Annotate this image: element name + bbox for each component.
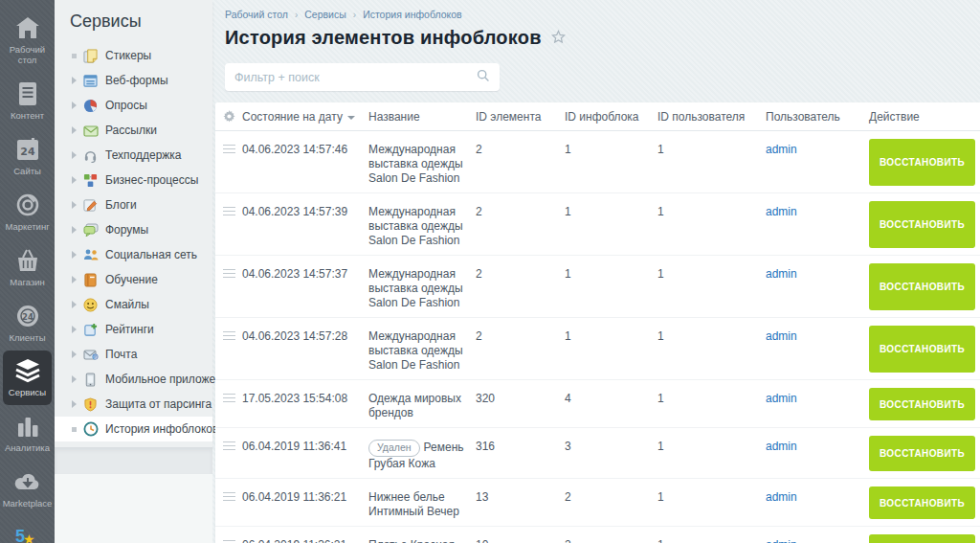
- expand-arrow-icon: [68, 301, 79, 308]
- sidebar-item-mobileapp[interactable]: Мобильное приложение: [55, 367, 212, 392]
- sidebar-item-bizproc[interactable]: Бизнес-процессы: [55, 168, 212, 192]
- history-table: Состояние на дату Название ID элемента I…: [215, 102, 980, 543]
- sidebar-item-mailings[interactable]: Рассылки: [55, 118, 212, 143]
- sidebar-item-blogs[interactable]: Блоги: [55, 192, 212, 217]
- cell-iblock-id: 1: [565, 131, 657, 192]
- filter-search-box[interactable]: [225, 63, 500, 91]
- rail-item-label: Сайты: [13, 167, 41, 177]
- rail-item-label: Магазин: [10, 278, 45, 288]
- sidebar-item-ratings[interactable]: Рейтинги: [55, 317, 212, 342]
- cell-iblock-id: 4: [565, 380, 657, 427]
- search-icon[interactable]: [477, 69, 490, 86]
- sidebar-item-stickers[interactable]: Стикеры: [55, 43, 212, 68]
- rating-plus-icon: [82, 322, 99, 337]
- rail-item-analytics[interactable]: Аналитика: [1, 406, 54, 461]
- sidebar-item-iblock-history[interactable]: История инфоблоков: [55, 417, 212, 441]
- user-link[interactable]: admin: [766, 392, 797, 405]
- rail-item-sites[interactable]: 24 Сайты: [1, 129, 54, 184]
- sidebar-item-label: Веб-формы: [105, 74, 168, 87]
- sidebar-item-label: Форумы: [105, 223, 148, 237]
- row-menu-icon[interactable]: [215, 193, 242, 255]
- user-link[interactable]: admin: [766, 267, 797, 281]
- sidebar-item-smiles[interactable]: Смайлы: [55, 292, 212, 317]
- history-clock-icon: [82, 421, 99, 437]
- envelope-icon: [82, 123, 99, 138]
- user-link[interactable]: admin: [766, 440, 797, 453]
- filter-search-input[interactable]: [234, 71, 477, 84]
- sidebar-item-polls[interactable]: Опросы: [55, 93, 212, 118]
- column-header-user[interactable]: Пользователь: [766, 110, 869, 124]
- cloud-download-icon: [13, 467, 42, 496]
- column-header-action[interactable]: Действие: [869, 110, 980, 124]
- sidebar-item-label: Почта: [105, 348, 137, 361]
- restore-button[interactable]: ВОССТАНОВИТЬ: [869, 436, 975, 471]
- rail-item-clients[interactable]: 24 Клиенты: [1, 296, 54, 351]
- expand-arrow-icon: [68, 226, 79, 234]
- sidebar-item-label: Смайлы: [105, 298, 149, 311]
- cell-name: Нижнее белье Интимный Вечер: [368, 479, 476, 526]
- sidebar-item-learning[interactable]: Обучение: [55, 267, 212, 292]
- restore-button[interactable]: ВОССТАНОВИТЬ: [869, 486, 975, 519]
- cell-date: 17.05.2023 15:54:08: [242, 380, 368, 427]
- sidebar-item-support[interactable]: Техподдержка: [55, 143, 212, 168]
- expand-arrow-icon: [68, 151, 79, 159]
- column-header-element-id[interactable]: ID элемента: [476, 110, 565, 124]
- sidebar-item-antiparse[interactable]: Защита от парсинга: [55, 392, 212, 417]
- cell-element-id: 2: [476, 193, 565, 255]
- column-header-name[interactable]: Название: [368, 110, 476, 124]
- rail-item-services[interactable]: Сервисы: [3, 351, 52, 405]
- cell-element-id: 13: [476, 479, 565, 526]
- table-row: 04.06.2023 14:57:46 Международная выстав…: [215, 131, 980, 193]
- rail-item-label: Рабочий стол: [2, 45, 53, 66]
- favorite-star-icon[interactable]: [551, 30, 566, 48]
- column-header-user-id[interactable]: ID пользователя: [657, 110, 766, 124]
- restore-button[interactable]: ВОССТАНОВИТЬ: [869, 139, 975, 186]
- rail-item-shop[interactable]: Магазин: [1, 240, 54, 295]
- restore-button[interactable]: ВОССТАНОВИТЬ: [869, 263, 975, 310]
- row-menu-icon[interactable]: [215, 479, 242, 526]
- grid-settings-gear-icon[interactable]: [215, 110, 242, 123]
- row-menu-icon[interactable]: [215, 380, 242, 427]
- restore-button[interactable]: ВОССТАНОВИТЬ: [869, 388, 975, 420]
- table-row: 04.06.2023 14:57:28 Международная выстав…: [215, 318, 980, 380]
- row-menu-icon[interactable]: [215, 428, 242, 478]
- cell-element-id: 316: [476, 428, 565, 478]
- cell-iblock-id: 1: [565, 256, 657, 317]
- breadcrumb-link-services[interactable]: Сервисы: [304, 9, 346, 20]
- document-icon: [17, 79, 38, 108]
- rail-item-marketplace[interactable]: Marketplace: [1, 462, 54, 516]
- sidebar-item-forums[interactable]: Форумы: [55, 217, 212, 242]
- sidebar-item-socialnetwork[interactable]: Социальная сеть: [55, 242, 212, 267]
- row-menu-icon[interactable]: [215, 527, 242, 543]
- sidebar-item-webforms[interactable]: Веб-формы: [55, 68, 212, 93]
- rail-item-marketing[interactable]: Маркетинг: [1, 185, 54, 239]
- expand-arrow-icon: [68, 201, 79, 209]
- breadcrumb-link-desktop[interactable]: Рабочий стол: [225, 9, 288, 20]
- cell-date: 04.06.2023 14:57:28: [242, 318, 368, 379]
- user-link[interactable]: admin: [766, 538, 797, 543]
- row-menu-icon[interactable]: [215, 131, 242, 192]
- cell-user-id: 1: [657, 479, 766, 526]
- smiley-icon: [82, 297, 99, 312]
- table-row: 06.04.2019 11:36:21 Платье Красная Фея 1…: [215, 527, 980, 543]
- rail-item-desktop[interactable]: Рабочий стол: [1, 8, 54, 73]
- user-link[interactable]: admin: [766, 205, 797, 218]
- user-link[interactable]: admin: [766, 490, 797, 504]
- sidebar-item-mail[interactable]: @ Почта: [55, 342, 212, 367]
- pencil-note-icon: [82, 197, 99, 213]
- breadcrumb-separator-icon: ›: [295, 10, 298, 20]
- row-menu-icon[interactable]: [215, 256, 242, 317]
- breadcrumb-link-iblock-history[interactable]: История инфоблоков: [363, 9, 462, 20]
- user-link[interactable]: admin: [766, 143, 797, 156]
- cell-name: Одежда мировых брендов: [368, 380, 476, 427]
- row-menu-icon[interactable]: [215, 318, 242, 379]
- restore-button[interactable]: ВОССТАНОВИТЬ: [869, 201, 975, 248]
- webform-icon: [82, 73, 99, 88]
- user-link[interactable]: admin: [766, 329, 797, 343]
- restore-button[interactable]: ВОССТАНОВИТЬ: [869, 326, 975, 373]
- column-header-date[interactable]: Состояние на дату: [242, 110, 368, 124]
- rail-item-content[interactable]: Контент: [1, 74, 54, 128]
- restore-button[interactable]: ВОССТАНОВИТЬ: [869, 534, 975, 543]
- svg-text:@: @: [93, 353, 98, 359]
- column-header-iblock-id[interactable]: ID инфоблока: [565, 110, 657, 124]
